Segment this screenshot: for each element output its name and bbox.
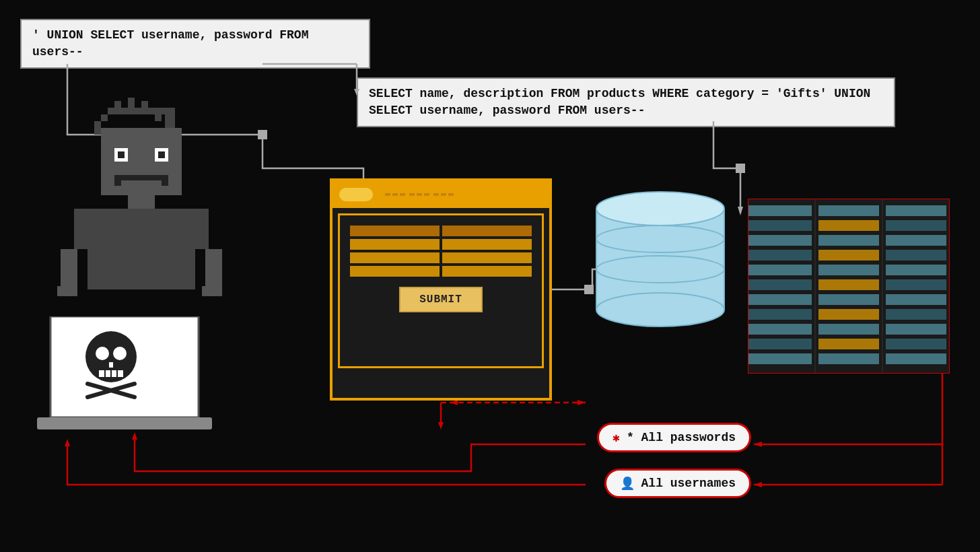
table-header-2 xyxy=(442,226,532,236)
svg-point-62 xyxy=(596,293,724,326)
svg-rect-68 xyxy=(748,205,812,216)
svg-rect-81 xyxy=(818,265,879,275)
svg-rect-41 xyxy=(61,249,77,289)
browser-nav-buttons xyxy=(385,193,454,196)
svg-rect-32 xyxy=(118,151,125,158)
svg-rect-75 xyxy=(818,235,879,246)
table-row-1-col-2 xyxy=(442,239,532,250)
laptop-figure xyxy=(37,316,212,431)
svg-rect-90 xyxy=(818,309,879,320)
svg-rect-34 xyxy=(114,175,168,180)
svg-marker-20 xyxy=(65,439,70,446)
svg-rect-36 xyxy=(162,180,168,186)
svg-rect-89 xyxy=(748,309,812,320)
user-icon: 👤 xyxy=(620,476,635,491)
svg-point-59 xyxy=(596,192,724,226)
svg-rect-91 xyxy=(886,309,946,320)
browser-content: SUBMIT xyxy=(338,213,544,368)
svg-rect-79 xyxy=(886,250,946,261)
svg-rect-27 xyxy=(155,108,162,121)
svg-rect-42 xyxy=(205,249,222,289)
svg-rect-95 xyxy=(748,339,812,349)
hacker-figure xyxy=(40,94,242,337)
database-icon xyxy=(590,182,731,343)
passwords-badge: ✱ * All passwords xyxy=(597,423,751,452)
svg-rect-85 xyxy=(886,279,946,290)
table-row-1-col-1 xyxy=(350,239,440,250)
svg-rect-50 xyxy=(109,362,113,368)
svg-rect-84 xyxy=(818,279,879,290)
sql-query-box-1: ' UNION SELECT username, password FROM u… xyxy=(20,19,370,69)
sql-query-box-2: SELECT name, description FROM products W… xyxy=(357,77,895,127)
passwords-label: * All passwords xyxy=(627,431,736,444)
svg-rect-25 xyxy=(128,98,135,114)
svg-marker-18 xyxy=(754,482,762,487)
usernames-badge: 👤 All usernames xyxy=(604,469,751,498)
svg-rect-28 xyxy=(165,114,175,128)
svg-marker-12 xyxy=(438,422,444,429)
svg-rect-87 xyxy=(818,294,879,305)
asterisk-icon: ✱ xyxy=(612,430,620,445)
svg-rect-57 xyxy=(37,417,212,429)
svg-rect-98 xyxy=(748,353,812,364)
svg-marker-19 xyxy=(132,432,137,440)
svg-rect-23 xyxy=(94,121,101,135)
svg-rect-24 xyxy=(114,101,121,114)
table-row-2-col-1 xyxy=(350,252,440,263)
svg-rect-33 xyxy=(158,151,165,158)
svg-marker-6 xyxy=(738,207,743,215)
svg-rect-5 xyxy=(736,164,745,173)
svg-rect-39 xyxy=(74,209,94,249)
svg-rect-93 xyxy=(818,324,879,335)
svg-rect-71 xyxy=(748,220,812,231)
svg-marker-9 xyxy=(450,400,458,405)
usernames-label: All usernames xyxy=(641,477,736,490)
table-row-2-col-2 xyxy=(442,252,532,263)
svg-rect-22 xyxy=(101,114,108,121)
svg-rect-44 xyxy=(202,286,222,296)
browser-window: SUBMIT xyxy=(330,178,552,401)
svg-rect-1 xyxy=(258,130,267,139)
svg-rect-78 xyxy=(818,250,879,261)
svg-marker-15 xyxy=(754,442,762,447)
svg-rect-72 xyxy=(818,220,879,231)
svg-rect-88 xyxy=(886,294,946,305)
svg-rect-92 xyxy=(748,324,812,335)
svg-rect-38 xyxy=(88,209,195,289)
svg-rect-94 xyxy=(886,324,946,335)
svg-rect-96 xyxy=(818,339,879,349)
submit-button[interactable]: SUBMIT xyxy=(399,287,483,312)
browser-titlebar xyxy=(332,181,549,208)
table-row-3-col-1 xyxy=(350,266,440,277)
svg-rect-97 xyxy=(886,339,946,349)
svg-rect-73 xyxy=(886,220,946,231)
data-table-visualization xyxy=(748,199,950,374)
table-row-3-col-2 xyxy=(442,266,532,277)
svg-rect-43 xyxy=(57,286,77,296)
svg-point-48 xyxy=(96,347,109,360)
svg-rect-37 xyxy=(128,195,155,209)
svg-point-49 xyxy=(113,347,127,360)
svg-rect-77 xyxy=(748,250,812,261)
svg-rect-70 xyxy=(886,205,946,216)
svg-rect-82 xyxy=(886,265,946,275)
table-display xyxy=(350,226,532,277)
svg-rect-40 xyxy=(188,209,209,249)
svg-rect-100 xyxy=(886,353,946,364)
svg-rect-29 xyxy=(101,128,182,195)
table-header-1 xyxy=(350,226,440,236)
browser-url-bar xyxy=(339,188,373,201)
svg-rect-35 xyxy=(114,180,121,186)
svg-marker-10 xyxy=(578,400,586,405)
svg-rect-99 xyxy=(818,353,879,364)
svg-rect-74 xyxy=(748,235,812,246)
svg-rect-26 xyxy=(141,101,148,114)
svg-rect-69 xyxy=(818,205,879,216)
svg-rect-86 xyxy=(748,294,812,305)
svg-rect-80 xyxy=(748,265,812,275)
svg-rect-83 xyxy=(748,279,812,290)
svg-rect-76 xyxy=(886,235,946,246)
